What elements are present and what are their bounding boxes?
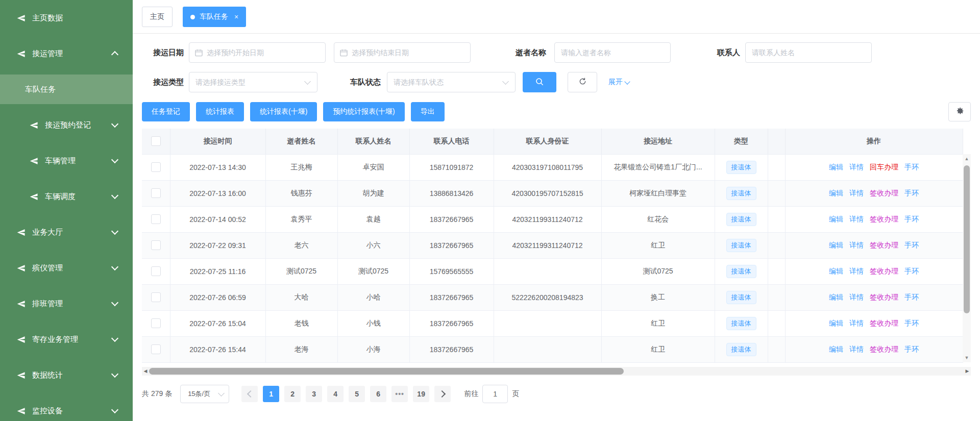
sidebar-item-storage-business-management[interactable]: 寄存业务管理 (0, 321, 133, 357)
page-button-4[interactable]: 4 (327, 386, 344, 402)
booking-stats-report-shiyan-button[interactable]: 预约统计报表(十堰) (323, 102, 404, 121)
sidebar-item-label: 接运预约登记 (45, 120, 91, 130)
sidebar-item-monitoring-devices[interactable]: 监控设备 (0, 393, 133, 421)
contact-input[interactable] (746, 48, 871, 57)
edit-link[interactable]: 编辑 (829, 345, 843, 353)
sidebar-item-data-statistics[interactable]: 数据统计 (0, 357, 133, 393)
wristband-link[interactable]: 手环 (904, 319, 919, 327)
edit-link[interactable]: 编辑 (829, 189, 843, 197)
scroll-left-icon[interactable]: ◀ (142, 367, 149, 376)
edit-link[interactable]: 编辑 (829, 241, 843, 249)
row-checkbox[interactable] (151, 266, 161, 276)
row-checkbox[interactable] (151, 214, 161, 224)
row-checkbox[interactable] (151, 188, 161, 198)
export-button[interactable]: 导出 (411, 102, 445, 121)
scroll-right-icon[interactable]: ▶ (964, 367, 971, 376)
transport-type-select-value[interactable] (189, 78, 305, 86)
sidebar-item-shift-management[interactable]: 排班管理 (0, 286, 133, 321)
detail-link[interactable]: 详情 (849, 163, 864, 171)
edit-link[interactable]: 编辑 (829, 293, 843, 301)
sidebar: 主页数据接运管理车队任务接运预约登记车辆管理车辆调度业务大厅殡仪管理排班管理寄存… (0, 0, 133, 421)
detail-link[interactable]: 详情 (849, 293, 864, 301)
next-page-button[interactable] (434, 386, 451, 402)
page-size-value: 15条/页 (188, 389, 210, 399)
edit-link[interactable]: 编辑 (829, 267, 843, 275)
cell-phone: 18372667965 (409, 206, 494, 232)
detail-link[interactable]: 详情 (849, 319, 864, 327)
detail-link[interactable]: 详情 (849, 267, 864, 275)
horizontal-scroll-thumb[interactable] (149, 368, 624, 375)
sidebar-item-transport-booking-register[interactable]: 接运预约登记 (0, 107, 133, 143)
search-button[interactable] (523, 72, 556, 92)
edit-link[interactable]: 编辑 (829, 215, 843, 223)
sidebar-item-transport-management[interactable]: 接运管理 (0, 36, 133, 71)
row-checkbox[interactable] (151, 240, 161, 250)
fleet-status-select-value[interactable] (387, 78, 503, 86)
detail-link[interactable]: 详情 (849, 215, 864, 223)
sign-receive-process-link[interactable]: 签收办理 (870, 267, 898, 275)
sign-receive-process-link[interactable]: 签收办理 (870, 345, 898, 353)
page-button-19[interactable]: 19 (413, 386, 429, 402)
page-button-6[interactable]: 6 (370, 386, 386, 402)
sidebar-item-vehicle-dispatch[interactable]: 车辆调度 (0, 179, 133, 214)
sidebar-item-funeral-management[interactable]: 殡仪管理 (0, 250, 133, 286)
page-button-2[interactable]: 2 (284, 386, 301, 402)
page-button-5[interactable]: 5 (349, 386, 365, 402)
edit-link[interactable]: 编辑 (829, 163, 843, 171)
date-end-input[interactable] (348, 48, 470, 57)
sign-receive-process-link[interactable]: 签收办理 (870, 319, 898, 327)
type-badge: 接遗体 (726, 265, 756, 278)
sign-receive-process-link[interactable]: 签收办理 (870, 189, 898, 197)
sidebar-item-business-hall[interactable]: 业务大厅 (0, 214, 133, 250)
row-checkbox[interactable] (151, 162, 161, 172)
edit-link[interactable]: 编辑 (829, 319, 843, 327)
wristband-link[interactable]: 手环 (904, 189, 919, 197)
tab-home[interactable]: 主页 (142, 7, 173, 27)
scroll-down-icon[interactable]: ▼ (963, 355, 971, 360)
stats-report-shiyan-button[interactable]: 统计报表(十堰) (250, 102, 317, 121)
row-checkbox[interactable] (151, 344, 161, 354)
sidebar-item-vehicle-management[interactable]: 车辆管理 (0, 143, 133, 179)
row-checkbox[interactable] (151, 318, 161, 328)
fleet-status-select[interactable] (387, 72, 516, 92)
sign-receive-process-link[interactable]: 签收办理 (870, 215, 898, 223)
select-all-checkbox[interactable] (151, 136, 161, 146)
cell-deceased: 测试0725 (265, 258, 337, 284)
refresh-button[interactable] (568, 72, 597, 92)
detail-link[interactable]: 详情 (849, 241, 864, 249)
fleet-status-label: 车队状态 (342, 78, 381, 87)
sidebar-item-fleet-tasks[interactable]: 车队任务 (0, 75, 133, 104)
transport-type-select[interactable] (189, 72, 317, 92)
column-settings-button[interactable] (948, 102, 971, 121)
more-pages-button[interactable]: ••• (391, 386, 408, 402)
detail-link[interactable]: 详情 (849, 189, 864, 197)
expand-toggle[interactable]: 展开 (608, 78, 629, 87)
sign-receive-process-link[interactable]: 签收办理 (870, 241, 898, 249)
detail-link[interactable]: 详情 (849, 345, 864, 353)
wristband-link[interactable]: 手环 (904, 215, 919, 223)
stats-report-button[interactable]: 统计报表 (196, 102, 244, 121)
page-size-select[interactable]: 15条/页 (180, 385, 229, 403)
sidebar-item-home-data[interactable]: 主页数据 (0, 0, 133, 36)
page-button-1[interactable]: 1 (263, 386, 279, 402)
scroll-up-icon[interactable]: ▲ (963, 156, 971, 161)
tab-fleet-tasks[interactable]: 车队任务 × (183, 7, 246, 27)
horizontal-scrollbar[interactable]: ◀ ▶ (142, 367, 971, 376)
prev-page-button[interactable] (241, 386, 258, 402)
task-register-button[interactable]: 任务登记 (142, 102, 190, 121)
wristband-link[interactable]: 手环 (904, 163, 919, 171)
row-checkbox[interactable] (151, 292, 161, 302)
vertical-scroll-thumb[interactable] (964, 165, 970, 313)
date-start-input[interactable] (203, 48, 325, 57)
goto-page-input[interactable] (482, 385, 508, 403)
page-button-3[interactable]: 3 (306, 386, 322, 402)
wristband-link[interactable]: 手环 (904, 293, 919, 301)
vertical-scrollbar[interactable]: ▲ ▼ (963, 154, 971, 362)
deceased-name-input[interactable] (555, 48, 670, 57)
wristband-link[interactable]: 手环 (904, 267, 919, 275)
return-car-process-link[interactable]: 回车办理 (870, 163, 898, 171)
wristband-link[interactable]: 手环 (904, 241, 919, 249)
tab-close-icon[interactable]: × (234, 13, 238, 21)
sign-receive-process-link[interactable]: 签收办理 (870, 293, 898, 301)
wristband-link[interactable]: 手环 (904, 345, 919, 353)
